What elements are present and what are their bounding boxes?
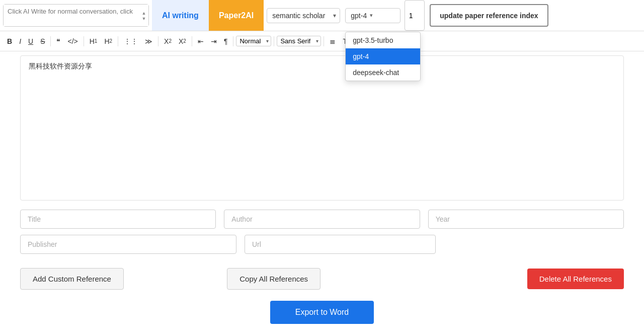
align-right-button[interactable]: ⇥	[208, 35, 220, 47]
action-buttons-row: Add Custom Reference Copy All References…	[0, 265, 644, 293]
model-select-container: gpt-4 ▾ gpt-3.5-turbo gpt-4 deepseek-cha…	[345, 0, 400, 31]
strikethrough-button[interactable]: S	[37, 35, 48, 47]
ol-button[interactable]: ≫	[142, 35, 155, 47]
top-toolbar: ▲ ▼ AI writing Paper2AI semantic scholar…	[0, 0, 644, 31]
ref-row-2	[20, 235, 624, 254]
textarea-scroll-arrows: ▲ ▼	[141, 10, 146, 21]
year-input[interactable]	[428, 210, 624, 229]
source-select-wrapper: semantic scholar arxiv pubmed ▾	[267, 0, 340, 31]
separator-1	[50, 36, 51, 46]
h2-button[interactable]: H2	[101, 35, 115, 47]
scroll-up-icon: ▲	[141, 10, 146, 15]
font-select[interactable]: Sans Serif	[277, 36, 321, 46]
update-index-button[interactable]: update paper reference index	[430, 4, 548, 27]
bold-button[interactable]: B	[4, 35, 15, 47]
font-select-wrapper: Sans Serif	[277, 36, 321, 46]
format-toolbar: B I U S ❝ </> H1 H2 ⋮⋮ ≫ X2 X2 ⇤ ⇥ ¶ Nor…	[0, 31, 644, 51]
ref-row-1	[20, 210, 624, 229]
editor-content: 黑科技软件资源分享	[29, 62, 615, 71]
style-select-wrapper: Normal	[236, 36, 271, 46]
model-selected-value: gpt-4	[351, 12, 367, 20]
reference-form	[0, 205, 644, 265]
separator-4	[158, 36, 158, 46]
model-chevron-icon: ▾	[370, 12, 373, 19]
separator-3	[118, 36, 118, 46]
model-option-gpt4[interactable]: gpt-4	[346, 48, 420, 64]
align-left-button[interactable]: ⇤	[195, 35, 207, 47]
num-input[interactable]	[405, 0, 425, 31]
editor-area[interactable]: 黑科技软件资源分享	[20, 55, 624, 201]
separator-5	[192, 36, 192, 46]
separator-2	[84, 36, 84, 46]
copy-all-references-button[interactable]: Copy All References	[227, 268, 320, 290]
italic-button[interactable]: I	[16, 35, 24, 47]
blockquote-button[interactable]: ❝	[53, 35, 63, 47]
export-row: Export to Word	[0, 293, 644, 334]
publisher-input[interactable]	[20, 235, 236, 254]
ai-textarea-wrapper: ▲ ▼	[3, 4, 149, 27]
scroll-down-icon: ▼	[141, 16, 146, 21]
url-input[interactable]	[245, 235, 436, 254]
export-to-word-button[interactable]: Export to Word	[270, 301, 374, 324]
ai-conversation-input[interactable]	[4, 5, 148, 26]
title-input[interactable]	[20, 210, 216, 229]
ai-writing-button[interactable]: AI writing	[152, 0, 209, 31]
underline-button[interactable]: U	[25, 35, 36, 47]
delete-all-references-button[interactable]: Delete All References	[527, 269, 624, 289]
code-button[interactable]: </>	[64, 35, 80, 47]
superscript-button[interactable]: X2	[176, 35, 189, 47]
paper2ai-button[interactable]: Paper2AI	[209, 0, 264, 31]
separator-8	[324, 36, 324, 46]
model-select-button[interactable]: gpt-4 ▾	[345, 8, 400, 23]
add-custom-reference-button[interactable]: Add Custom Reference	[20, 268, 124, 290]
style-select[interactable]: Normal	[236, 36, 271, 46]
model-option-gpt35[interactable]: gpt-3.5-turbo	[346, 32, 420, 48]
source-select[interactable]: semantic scholar arxiv pubmed	[267, 8, 340, 23]
model-option-deepseek[interactable]: deepseek-chat	[346, 64, 420, 81]
align-center-button[interactable]: ≣	[327, 35, 339, 47]
author-input[interactable]	[224, 210, 420, 229]
indent-button[interactable]: ¶	[221, 35, 231, 47]
separator-7	[274, 36, 274, 46]
separator-6	[233, 36, 233, 46]
ul-button[interactable]: ⋮⋮	[121, 35, 141, 47]
subscript-button[interactable]: X2	[161, 35, 175, 47]
h1-button[interactable]: H1	[87, 35, 101, 47]
model-dropdown: gpt-3.5-turbo gpt-4 deepseek-chat	[345, 32, 421, 81]
